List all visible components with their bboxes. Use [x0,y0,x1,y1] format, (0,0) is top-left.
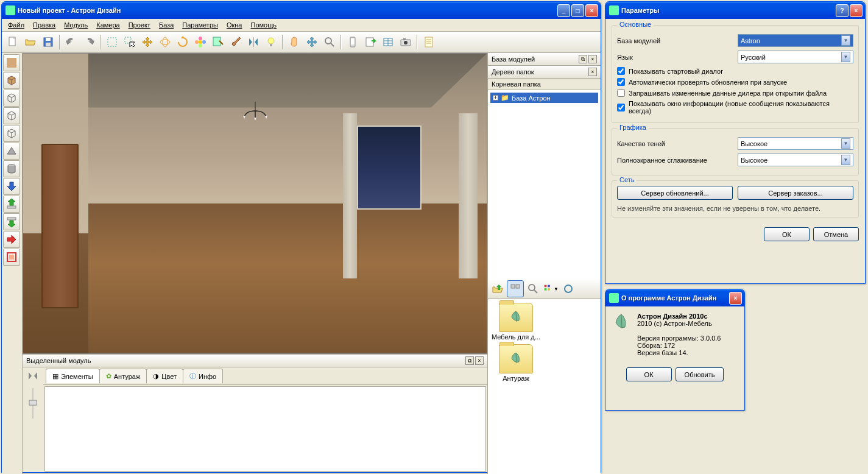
close-button[interactable]: × [729,292,742,305]
tab-content-area [44,386,486,472]
table-icon[interactable] [379,34,397,51]
ok-button[interactable]: ОК [626,367,672,381]
expand-icon[interactable]: + [493,95,498,101]
params-titlebar[interactable]: Параметры ? × [605,2,865,19]
select-rect-icon[interactable] [104,34,121,51]
browse-up-icon[interactable] [489,280,506,297]
menu-camera[interactable]: Камера [93,20,123,30]
zoom-icon[interactable] [321,34,338,51]
cancel-button[interactable]: Отмена [813,227,859,241]
menu-edit[interactable]: Правка [29,20,59,30]
help-button[interactable]: ? [836,4,849,17]
cube-solid-icon[interactable] [3,72,20,89]
update-button[interactable]: Обновить [676,367,724,381]
panel-float-icon[interactable]: ⧉ [465,356,474,365]
rotate-icon[interactable] [174,34,191,51]
mirror-icon[interactable] [245,34,262,51]
folder-browser: Мебель для д... Антураж [488,299,601,474]
cb-info-window[interactable] [617,104,625,111]
about-build: Сборка: 172 [637,342,721,349]
chandelier-object[interactable] [237,102,273,126]
ok-button[interactable]: ОК [764,227,810,241]
close-button[interactable]: × [585,4,598,17]
window-object[interactable] [357,126,422,210]
curtain-left[interactable] [343,113,357,278]
export-icon[interactable] [362,34,379,51]
select-cursor-icon[interactable] [121,34,138,51]
cb-dealer-data[interactable] [617,89,625,97]
slider-handle-icon[interactable] [28,388,38,420]
panel-float-icon[interactable]: ⧉ [579,55,587,63]
wedge-icon[interactable] [3,143,20,160]
maximize-button[interactable]: □ [571,4,584,17]
menu-base[interactable]: База [155,20,177,30]
aa-combo[interactable]: Высокое▼ [738,154,853,166]
undo-icon[interactable] [63,34,80,51]
curtain-right[interactable] [459,113,477,278]
menu-module[interactable]: Модуль [60,20,91,30]
redo-icon[interactable] [80,34,97,51]
panel-close-icon[interactable]: × [475,356,484,365]
arrow-right-red-icon[interactable] [3,231,20,248]
tab-info[interactable]: ⓘИнфо [183,369,223,383]
cube-wire2-icon[interactable] [3,107,20,124]
menu-file[interactable]: Файл [4,20,28,30]
view-large-icon[interactable] [507,280,524,297]
orbit-icon[interactable] [303,34,320,51]
panel-close-icon[interactable]: × [588,55,597,63]
frame-red-icon[interactable] [3,249,20,266]
svg-point-17 [325,38,331,44]
cube-wire3-icon[interactable] [3,125,20,142]
folder-furniture[interactable]: Мебель для д... [492,303,540,341]
window-title: Новый проект - Астрон Дизайн [18,7,557,14]
minimize-button[interactable]: _ [557,4,570,17]
hand-icon[interactable] [286,34,303,51]
tab-elements[interactable]: ▦Элементы [46,369,100,383]
view-refresh-icon[interactable] [560,280,577,297]
report-icon[interactable] [420,34,437,51]
mobile-icon[interactable] [344,34,361,51]
panel-close-icon[interactable]: × [588,68,597,76]
door-object[interactable] [41,144,79,309]
shadow-combo[interactable]: Высокое▼ [738,137,853,150]
cube-wire-icon[interactable] [3,90,20,107]
base-combo[interactable]: Astron▼ [738,34,853,47]
close-button[interactable]: × [850,4,863,17]
view-search-icon[interactable] [524,280,542,297]
mirror-small-icon[interactable] [27,370,39,383]
3d-viewport[interactable] [23,53,487,354]
lightbulb-icon[interactable] [263,34,280,51]
tab-entourage[interactable]: ✿Антураж [99,369,147,383]
magic-wand-icon[interactable] [210,34,227,51]
arrow-up-green-icon[interactable] [3,196,20,213]
new-file-icon[interactable] [4,34,21,51]
tab-color[interactable]: ◑Цвет [146,369,183,383]
menu-help[interactable]: Помощь [247,20,280,30]
tree-item-astron[interactable]: + 📁 База Астрон [490,93,598,103]
texture-tool-icon[interactable] [3,54,20,71]
flower-icon[interactable] [192,34,209,51]
about-titlebar[interactable]: О программе Астрон Дизайн × [605,289,744,306]
update-server-button[interactable]: Сервер обновлений... [617,186,733,200]
cb-auto-update[interactable] [617,78,625,86]
view-list-icon[interactable]: ▼ [542,280,559,297]
folder-entourage[interactable]: Антураж [492,344,540,382]
move-icon[interactable] [139,34,156,51]
open-icon[interactable] [22,34,39,51]
menu-project[interactable]: Проект [125,20,154,30]
main-titlebar[interactable]: Новый проект - Астрон Дизайн _ □ × [2,2,601,19]
menu-windows[interactable]: Окна [223,20,246,30]
order-server-button[interactable]: Сервер заказов... [738,186,853,200]
arrow-down-blue-icon[interactable] [3,178,20,195]
rotate-3d-icon[interactable] [157,34,174,51]
menu-params[interactable]: Параметры [178,20,222,30]
lang-combo[interactable]: Русский▼ [738,51,853,63]
arrow-up-green2-icon[interactable] [3,213,20,230]
svg-rect-43 [516,285,520,288]
cb-start-dialog[interactable] [617,67,625,75]
cylinder-icon[interactable] [3,160,20,177]
svg-point-12 [195,40,199,44]
camera-icon[interactable] [397,34,414,51]
brush-icon[interactable] [227,34,244,51]
save-icon[interactable] [40,34,57,51]
